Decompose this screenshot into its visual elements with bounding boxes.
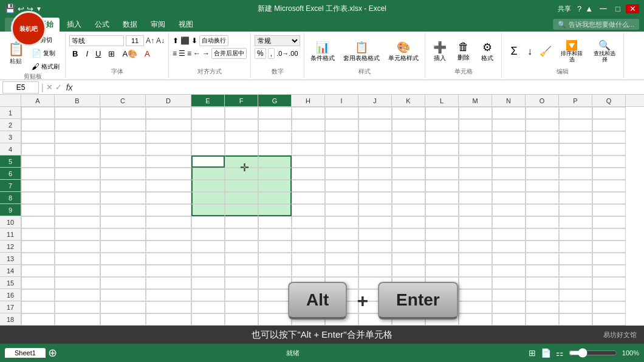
help-icon[interactable]: ? (577, 4, 581, 13)
cell-E8[interactable] (191, 192, 225, 204)
cell-A12[interactable] (21, 241, 55, 253)
border-button[interactable]: ⊞ (106, 49, 117, 59)
cell-B5[interactable] (55, 155, 100, 168)
cell-P10[interactable] (559, 216, 592, 228)
cell-O16[interactable] (526, 289, 559, 301)
cell-J7[interactable] (358, 180, 392, 192)
cell-K13[interactable] (392, 253, 425, 265)
cell-B6[interactable] (55, 168, 100, 180)
cell-G17[interactable] (258, 301, 292, 313)
row-header-7[interactable]: 7 (0, 180, 21, 192)
cell-A9[interactable] (21, 204, 55, 216)
cell-A3[interactable] (21, 131, 55, 143)
align-center-icon[interactable]: ☰ (179, 49, 185, 58)
cell-C15[interactable] (100, 277, 146, 289)
cell-F11[interactable] (225, 228, 258, 241)
cell-Q9[interactable] (592, 204, 626, 216)
conditional-format-button[interactable]: 📊 条件格式 (308, 39, 337, 64)
italic-button[interactable]: I (83, 49, 91, 59)
cell-A10[interactable] (21, 216, 55, 228)
cell-E7[interactable] (191, 180, 225, 192)
cell-B10[interactable] (55, 216, 100, 228)
cell-H11[interactable] (292, 228, 325, 241)
row-header-11[interactable]: 11 (0, 228, 21, 241)
cell-O6[interactable] (526, 168, 559, 180)
cell-L14[interactable] (425, 265, 459, 277)
cell-P11[interactable] (559, 228, 592, 241)
cell-D3[interactable] (146, 131, 191, 143)
cell-F18[interactable] (225, 313, 258, 326)
cell-A2[interactable] (21, 119, 55, 131)
cell-C1[interactable] (100, 107, 146, 119)
cell-B17[interactable] (55, 301, 100, 313)
cell-J6[interactable] (358, 168, 392, 180)
cell-L6[interactable] (425, 168, 459, 180)
cell-K9[interactable] (392, 204, 425, 216)
cell-O18[interactable] (526, 313, 559, 326)
fill-color-button[interactable]: A🎨 (120, 49, 140, 59)
cell-H4[interactable] (292, 143, 325, 155)
sort-filter-button[interactable]: 🔽 排序和筛选 (557, 38, 587, 64)
font-name-input[interactable] (69, 35, 124, 46)
cell-Q6[interactable] (592, 168, 626, 180)
tab-data[interactable]: 数据 (117, 18, 143, 32)
cell-H1[interactable] (292, 107, 325, 119)
cell-G4[interactable] (258, 143, 292, 155)
cell-M2[interactable] (459, 119, 492, 131)
cell-F3[interactable] (225, 131, 258, 143)
cell-N18[interactable] (492, 313, 526, 326)
cell-P3[interactable] (559, 131, 592, 143)
cell-D7[interactable] (146, 180, 191, 192)
cell-N3[interactable] (492, 131, 526, 143)
cell-I13[interactable] (325, 253, 358, 265)
cell-G10[interactable] (258, 216, 292, 228)
row-header-9[interactable]: 9 (0, 204, 21, 216)
cell-I1[interactable] (325, 107, 358, 119)
cancel-entry-icon[interactable]: ✕ (46, 83, 53, 92)
cell-E4[interactable] (191, 143, 225, 155)
cell-Q17[interactable] (592, 301, 626, 313)
indent-decrease-icon[interactable]: ← (193, 49, 200, 58)
cell-M15[interactable] (459, 277, 492, 289)
cell-J14[interactable] (358, 265, 392, 277)
increase-font-icon[interactable]: A↑ (146, 36, 154, 45)
cell-E11[interactable] (191, 228, 225, 241)
percent-button[interactable]: % (255, 48, 266, 59)
cell-C14[interactable] (100, 265, 146, 277)
cell-M8[interactable] (459, 192, 492, 204)
cell-G1[interactable] (258, 107, 292, 119)
cell-D10[interactable] (146, 216, 191, 228)
cell-A18[interactable] (21, 313, 55, 326)
cell-Q15[interactable] (592, 277, 626, 289)
cell-P13[interactable] (559, 253, 592, 265)
cell-B11[interactable] (55, 228, 100, 241)
insert-button[interactable]: ➕ 插入 (429, 39, 450, 64)
cell-P16[interactable] (559, 289, 592, 301)
cell-C11[interactable] (100, 228, 146, 241)
cell-A14[interactable] (21, 265, 55, 277)
cell-H6[interactable] (292, 168, 325, 180)
cell-A5[interactable] (21, 155, 55, 168)
cell-N5[interactable] (492, 155, 526, 168)
cell-F14[interactable] (225, 265, 258, 277)
col-header-B[interactable]: B (55, 95, 100, 106)
cell-I4[interactable] (325, 143, 358, 155)
cell-E18[interactable] (191, 313, 225, 326)
cell-F15[interactable] (225, 277, 258, 289)
cell-C6[interactable] (100, 168, 146, 180)
row-header-15[interactable]: 15 (0, 277, 21, 289)
cell-K6[interactable] (392, 168, 425, 180)
cell-D4[interactable] (146, 143, 191, 155)
cell-E15[interactable] (191, 277, 225, 289)
search-box[interactable]: 🔍 告诉我您想要做什么... (553, 19, 639, 30)
cell-D13[interactable] (146, 253, 191, 265)
cell-E2[interactable] (191, 119, 225, 131)
increase-decimal-icon[interactable]: .0→.00 (276, 50, 298, 57)
cell-I3[interactable] (325, 131, 358, 143)
cell-B15[interactable] (55, 277, 100, 289)
cell-F16[interactable] (225, 289, 258, 301)
cell-G6[interactable] (258, 168, 292, 180)
cell-P1[interactable] (559, 107, 592, 119)
cell-B3[interactable] (55, 131, 100, 143)
cell-Q18[interactable] (592, 313, 626, 326)
